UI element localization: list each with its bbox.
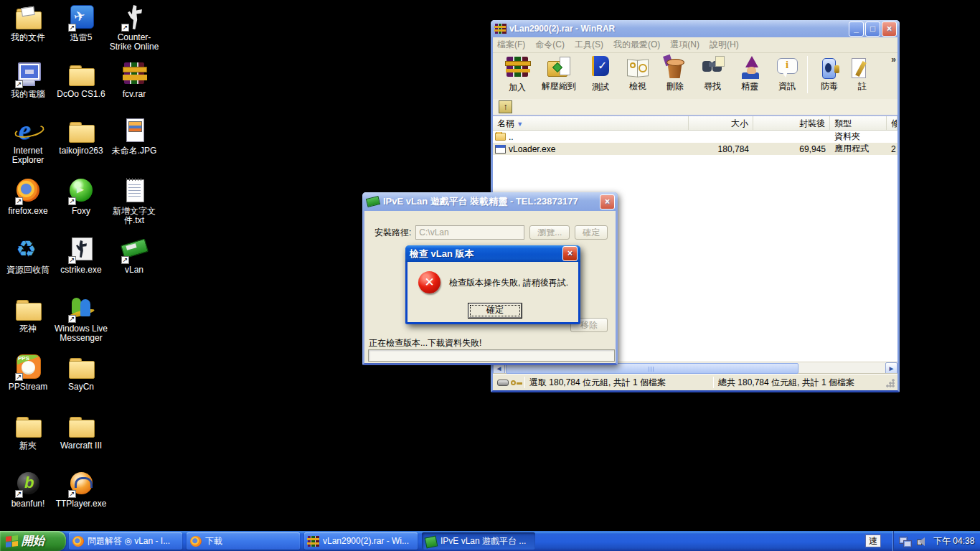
desktop-icon-fcv-rar[interactable]: fcv.rar <box>107 60 161 99</box>
minimize-button[interactable]: _ <box>849 22 864 37</box>
error-dialog: 檢查 vLan 版本 × ✕ 檢查版本操作失敗, 請稍後再試. 確定 <box>405 245 580 324</box>
counter-strike-online-icon: ↗ <box>119 4 149 31</box>
desktop-icon-new-folder[interactable]: 新夾 <box>1 412 55 451</box>
desktop-icon-firefox[interactable]: ↗firefox.exe <box>1 177 55 216</box>
image-file-icon <box>119 117 149 144</box>
toolbar-wizard-button[interactable]: 精靈 <box>731 55 768 93</box>
toolbar-comment-button[interactable]: 註 <box>848 55 877 93</box>
taskbar-task-winrar[interactable]: vLan2900(2).rar - Wi... <box>304 532 418 550</box>
shortcut-arrow-icon: ↗ <box>121 256 129 264</box>
ime-language-indicator[interactable]: 速 <box>865 534 881 547</box>
table-row-parent-dir[interactable]: .. 資料夾 <box>493 131 897 143</box>
desktop-icon-foxy[interactable]: ↗Foxy <box>54 177 108 216</box>
desktop-icon-thunder5[interactable]: ↗迅雷5 <box>54 4 108 42</box>
sort-arrow-icon: ▼ <box>517 121 523 128</box>
desktop-icon-my-computer[interactable]: ↗我的電腦 <box>1 60 55 99</box>
antivirus-icon <box>817 55 842 80</box>
toolbar-info-button[interactable]: i資訊 <box>768 55 806 93</box>
toolbar-test-button[interactable]: 測試 <box>582 55 619 93</box>
desktop-icon-ttplayer[interactable]: ↗TTPlayer.exe <box>54 470 108 509</box>
desktop-icon-beanfun[interactable]: b↗beanfun! <box>1 470 55 509</box>
column-header-packed[interactable]: 封裝後 <box>753 116 830 130</box>
volume-tray-icon[interactable] <box>917 537 926 546</box>
desktop-icon-vlan[interactable]: ↗vLan <box>107 236 161 275</box>
menu-file[interactable]: 檔案(F) <box>497 39 525 51</box>
installer-status-text: 正在檢查版本...下載資料失敗! <box>369 337 481 349</box>
shortcut-arrow-icon: ↗ <box>15 373 23 381</box>
menu-options[interactable]: 選項(N) <box>670 39 699 51</box>
winrar-status-bar: 選取 180,784 位元組, 共計 1 個檔案 總共 180,784 位元組,… <box>493 374 897 390</box>
installer-close-button[interactable]: × <box>600 194 615 209</box>
winrar-titlebar[interactable]: vLan2900(2).rar - WinRAR _ □ × <box>491 20 900 37</box>
desktop-icon-warcraft3[interactable]: Warcraft III <box>54 412 108 451</box>
shortcut-arrow-icon: ↗ <box>15 490 23 498</box>
error-dialog-titlebar[interactable]: 檢查 vLan 版本 × <box>405 245 580 262</box>
key-icon[interactable] <box>511 380 516 385</box>
toolbar-separator <box>807 56 808 93</box>
drive-icon[interactable] <box>497 380 509 386</box>
close-button[interactable]: × <box>882 22 897 37</box>
vlan-icon <box>425 535 438 548</box>
taskbar: 開始 問題解答 ◎ vLan - I... 下載 vLan2900(2).rar… <box>0 531 980 551</box>
internet-explorer-icon: e <box>13 117 43 144</box>
start-button[interactable]: 開始 <box>0 531 66 551</box>
installer-ok-button[interactable]: 確定 <box>575 225 608 240</box>
desktop-icon-dcoo-cs16[interactable]: DcOo CS1.6 <box>54 60 108 99</box>
find-icon <box>700 55 725 80</box>
shortcut-arrow-icon: ↗ <box>121 24 129 32</box>
install-path-label: 安裝路徑: <box>374 227 411 239</box>
delete-icon <box>663 55 687 80</box>
desktop-icon-counter-strike-online[interactable]: ↗Counter-Strike Online <box>107 4 161 52</box>
column-header-date[interactable]: 修 <box>887 116 897 130</box>
toolbar-add-button[interactable]: 加入 <box>499 55 536 94</box>
error-icon: ✕ <box>418 271 440 293</box>
toolbar-antivirus-button[interactable]: 防毒 <box>811 55 848 93</box>
network-tray-icon[interactable] <box>899 537 911 546</box>
installer-titlebar[interactable]: IPvE vLan 遊戲平台 裝載精靈 - TEL:23873177 × <box>362 192 618 211</box>
desktop-icon-ppstream[interactable]: PPS↗PPStream <box>1 353 55 392</box>
desktop-icon-deathgod-folder[interactable]: 死神 <box>1 295 55 334</box>
resize-grip[interactable] <box>886 379 895 387</box>
error-dialog-close-button[interactable]: × <box>562 246 578 261</box>
taskbar-clock[interactable]: 下午 04:38 <box>933 535 974 547</box>
desktop-icon-recycle-bin[interactable]: 資源回收筒 <box>1 236 55 275</box>
menu-favorites[interactable]: 我的最愛(O) <box>613 39 660 51</box>
toolbar-view-button[interactable]: 檢視 <box>619 55 656 93</box>
shortcut-arrow-icon: ↗ <box>68 197 76 205</box>
toolbar-extract-button[interactable]: 解壓縮到 <box>536 55 582 93</box>
toolbar-find-button[interactable]: 尋找 <box>694 55 731 93</box>
folder-icon <box>13 295 43 322</box>
taskbar-task-vlan-installer[interactable]: IPvE vLan 遊戲平台 ... <box>422 532 535 550</box>
menu-commands[interactable]: 命令(C) <box>535 39 565 51</box>
maximize-button[interactable]: □ <box>865 22 880 37</box>
toolbar-delete-button[interactable]: 刪除 <box>656 55 694 93</box>
vlan-icon: ↗ <box>119 236 149 263</box>
desktop-icon-saycn[interactable]: SayCn <box>54 353 108 392</box>
add-icon <box>507 57 528 77</box>
desktop-icon-taikojiro263[interactable]: taikojiro263 <box>54 117 108 156</box>
winrar-toolbar: 加入 解壓縮到 測試 檢視 刪除 尋找 精靈 i資訊 防毒 註 » <box>493 53 897 99</box>
toolbar-overflow-chevron[interactable]: » <box>891 55 896 65</box>
table-row-vloader[interactable]: vLoader.exe 180,784 69,945 應用程式 2 <box>493 143 897 155</box>
menu-help[interactable]: 說明(H) <box>710 39 739 51</box>
desktop-icon-cstrike[interactable]: ↗cstrike.exe <box>54 236 108 275</box>
desktop-icon-new-text-file[interactable]: 新增文字文件.txt <box>107 177 161 225</box>
column-header-name[interactable]: 名稱 ▼ <box>493 116 689 130</box>
status-total-text: 總共 180,784 位元組, 共計 1 個檔案 <box>718 377 897 389</box>
desktop-icon-untitled-jpg[interactable]: 未命名.JPG <box>107 117 161 156</box>
folder-icon <box>495 133 506 141</box>
desktop-icon-windows-live-messenger[interactable]: ↗Windows Live Messenger <box>54 295 108 343</box>
desktop-icon-internet-explorer[interactable]: eInternet Explorer <box>1 117 55 165</box>
error-ok-button[interactable]: 確定 <box>468 303 522 319</box>
shortcut-arrow-icon: ↗ <box>68 490 76 498</box>
browse-button[interactable]: 瀏覽... <box>529 225 570 240</box>
scroll-right-button[interactable]: ► <box>885 362 897 375</box>
column-header-size[interactable]: 大小 <box>689 116 753 130</box>
taskbar-task-firefox-qa[interactable]: 問題解答 ◎ vLan - I... <box>69 532 182 550</box>
column-header-type[interactable]: 類型 <box>830 116 887 130</box>
install-path-input[interactable] <box>415 225 524 240</box>
desktop-icon-my-documents[interactable]: 我的文件 <box>1 4 55 42</box>
up-one-level-button[interactable]: ↑ <box>499 100 512 113</box>
menu-tools[interactable]: 工具(S) <box>575 39 603 51</box>
taskbar-task-firefox-download[interactable]: 下載 <box>187 532 300 550</box>
